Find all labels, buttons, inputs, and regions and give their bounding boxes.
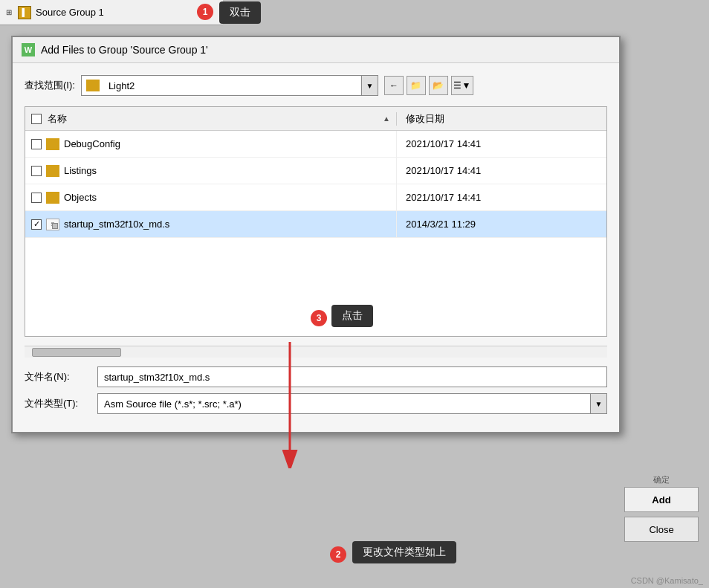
dialog-title-icon: W xyxy=(22,43,35,56)
scrollbar-thumb[interactable] xyxy=(32,348,121,357)
file-date-listings: 2021/10/17 14:41 xyxy=(397,165,606,176)
dialog-titlebar: W Add Files to Group 'Source Group 1' xyxy=(13,37,619,63)
checkbox-listings[interactable] xyxy=(31,166,42,176)
view-button[interactable]: ☰▼ xyxy=(451,76,473,95)
top-bar-title: Source Group 1 xyxy=(36,7,104,18)
file-date-debugconfig: 2021/10/17 14:41 xyxy=(397,138,606,149)
side-buttons-panel: 确定 Add Close xyxy=(624,474,699,542)
file-icon-startup: S xyxy=(46,219,59,230)
file-row-col1-objects: Objects xyxy=(25,184,397,210)
add-button[interactable]: Add xyxy=(624,487,699,512)
filename-label: 文件名(N): xyxy=(25,370,91,384)
filetype-select[interactable]: Asm Source file (*.s*; *.src; *.a*) ▼ xyxy=(97,393,607,414)
filename-input[interactable] xyxy=(97,366,607,387)
tooltip-double-click: 双击 xyxy=(219,1,261,24)
file-date-objects: 2021/10/17 14:41 xyxy=(397,192,606,203)
watermark: CSDN @Kamisato_ xyxy=(631,576,703,585)
expand-icon: ⊞ xyxy=(6,8,12,16)
folder-icon-debugconfig xyxy=(46,138,59,150)
location-folder-icon xyxy=(86,80,100,91)
filetype-dropdown-arrow[interactable]: ▼ xyxy=(590,394,606,413)
folder-icon-objects xyxy=(46,192,59,204)
filetype-label: 文件类型(T): xyxy=(25,397,91,410)
confirm-label: 确定 xyxy=(624,474,699,485)
tooltip-click: 点击 xyxy=(331,305,373,327)
file-date-startup: 2014/3/21 11:29 xyxy=(397,219,606,230)
file-list-header: 名称 ▲ 修改日期 xyxy=(25,107,606,131)
file-name-objects: Objects xyxy=(64,192,97,203)
sort-arrow: ▲ xyxy=(383,114,390,123)
file-icon-overlay xyxy=(52,223,58,229)
file-row-col1-listings: Listings xyxy=(25,158,397,184)
new-folder-button[interactable]: 📂 xyxy=(429,76,448,95)
file-row-objects[interactable]: Objects 2021/10/17 14:41 xyxy=(25,184,606,211)
file-name-debugconfig: DebugConfig xyxy=(64,138,120,149)
header-col-name: 名称 ▲ xyxy=(25,112,397,126)
tooltip-change-filetype: 更改文件类型如上 xyxy=(352,541,456,563)
nav-buttons: ← 📁 📂 ☰▼ xyxy=(384,76,473,95)
up-folder-button[interactable]: 📁 xyxy=(407,76,426,95)
dialog-title-text: Add Files to Group 'Source Group 1' xyxy=(41,44,208,56)
checkbox-debugconfig[interactable] xyxy=(31,139,42,149)
file-row-col1-startup: S startup_stm32f10x_md.s xyxy=(25,211,397,237)
badge-2: 2 xyxy=(330,546,346,563)
file-name-startup: startup_stm32f10x_md.s xyxy=(64,219,169,230)
file-row-listings[interactable]: Listings 2021/10/17 14:41 xyxy=(25,158,606,184)
header-col-date: 修改日期 xyxy=(397,112,606,126)
checkbox-startup[interactable] xyxy=(31,219,42,230)
file-list-area: 名称 ▲ 修改日期 DebugConfig 2021/10/17 14:41 xyxy=(25,106,607,337)
arrow-annotation-svg xyxy=(260,335,320,468)
back-button[interactable]: ← xyxy=(384,76,404,95)
file-name-listings: Listings xyxy=(64,165,97,176)
file-row-col1-debugconfig: DebugConfig xyxy=(25,131,397,157)
location-row: 查找范围(I): Light2 ▼ ← 📁 📂 ☰▼ xyxy=(25,75,607,96)
top-bar: ⊞ ▌ Source Group 1 xyxy=(0,0,223,25)
location-label: 查找范围(I): xyxy=(25,79,75,92)
location-select-wrapper[interactable]: Light2 ▼ xyxy=(81,75,378,96)
filetype-value: Asm Source file (*.s*; *.src; *.a*) xyxy=(98,398,590,410)
close-button[interactable]: Close xyxy=(624,517,699,542)
file-row-debugconfig[interactable]: DebugConfig 2021/10/17 14:41 xyxy=(25,131,606,158)
header-checkbox[interactable] xyxy=(31,114,42,124)
location-dropdown-button[interactable]: ▼ xyxy=(361,76,378,95)
file-row-startup[interactable]: S startup_stm32f10x_md.s 2014/3/21 11:29 xyxy=(25,211,606,238)
folder-icon-listings xyxy=(46,165,59,177)
checkbox-objects[interactable] xyxy=(31,193,42,203)
folder-icon-top: ▌ xyxy=(18,6,31,19)
location-select-inner: Light2 xyxy=(82,76,361,95)
badge-3: 3 xyxy=(311,310,327,326)
badge-1: 1 xyxy=(197,4,213,20)
